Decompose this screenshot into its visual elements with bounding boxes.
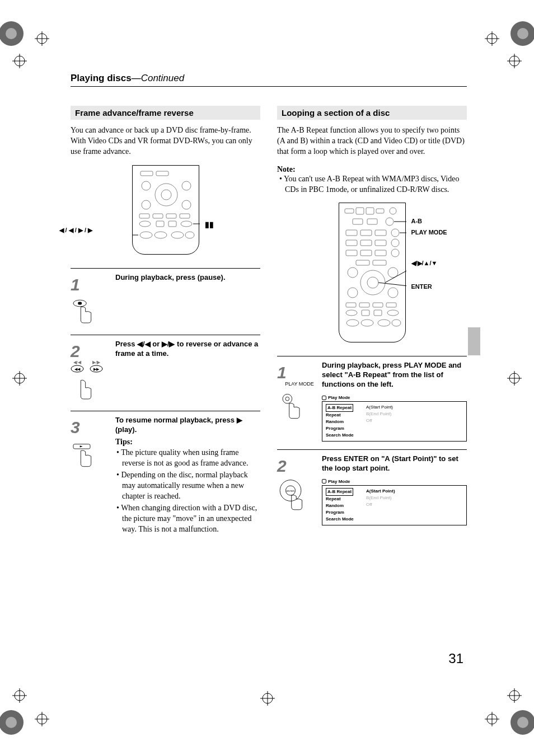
svg-point-115 xyxy=(283,395,292,404)
section-tab xyxy=(468,327,480,355)
hand-press-icon xyxy=(71,298,99,326)
svg-point-56 xyxy=(181,221,192,227)
svg-rect-73 xyxy=(366,208,374,214)
svg-point-46 xyxy=(161,190,171,200)
step-3-text: To resume normal playback, press ▶ (play… xyxy=(115,416,260,435)
hand-press-icon xyxy=(71,374,99,402)
register-mark xyxy=(12,688,27,703)
svg-point-59 xyxy=(171,232,184,238)
svg-rect-51 xyxy=(166,214,176,218)
register-mark xyxy=(260,691,275,706)
svg-point-45 xyxy=(155,184,177,206)
step-1-right-text: During playback, press PLAY MODE and sel… xyxy=(322,361,467,389)
svg-text:▶▶: ▶▶ xyxy=(93,367,100,371)
register-mark xyxy=(507,371,522,386)
callout-ab: A-B xyxy=(411,218,423,224)
step-1-text: During playback, press (pause). xyxy=(115,273,260,283)
step-2-text: Press ◀/◀ or ▶/▶ to reverse or advance a… xyxy=(115,340,260,359)
remote-figure: ◀ / ◀ / ▶ / ▶ xyxy=(71,165,260,255)
svg-rect-71 xyxy=(345,209,354,213)
callout-frame-buttons: ◀ / ◀ / ▶ / ▶ xyxy=(59,227,93,234)
osd-panel: Play Mode A-B Repeat Repeat Random Progr… xyxy=(322,479,467,525)
svg-point-82 xyxy=(391,229,399,237)
tip-item: When changing direction with a DVD disc,… xyxy=(122,503,260,535)
step-1: 1 During playback, press (pause). xyxy=(71,268,260,327)
svg-point-1 xyxy=(6,28,17,39)
left-column: Frame advance/frame reverse You can adva… xyxy=(71,106,260,535)
svg-point-7 xyxy=(517,717,528,728)
intro-text: The A-B Repeat function allows you to sp… xyxy=(277,125,467,157)
svg-point-47 xyxy=(142,200,151,209)
svg-point-106 xyxy=(387,310,399,316)
svg-point-53 xyxy=(139,221,151,227)
svg-point-116 xyxy=(285,397,289,401)
register-mark xyxy=(35,31,49,46)
step-2-right-text: Press ENTER on "A (Start Point)" to set … xyxy=(322,454,467,473)
button-label: PLAY MODE xyxy=(277,381,322,387)
svg-rect-87 xyxy=(346,250,357,256)
svg-text:ENTER: ENTER xyxy=(287,490,294,492)
svg-rect-72 xyxy=(356,208,364,214)
svg-point-95 xyxy=(360,270,385,295)
remote-diagram xyxy=(132,165,199,255)
svg-line-113 xyxy=(385,265,406,283)
note-bullet: • You can't use A-B Repeat with WMA/MP3 … xyxy=(277,174,467,195)
svg-point-108 xyxy=(361,320,373,326)
remote-figure: A-B PLAY MODE ◀/▶/▲/▼ ENTER xyxy=(277,203,467,342)
step-number: 2 xyxy=(71,343,115,360)
intro-text: You can advance or back up a DVD disc fr… xyxy=(71,125,260,157)
hand-press-icon xyxy=(277,392,305,420)
svg-rect-105 xyxy=(374,310,382,316)
svg-point-103 xyxy=(346,310,357,316)
register-mark xyxy=(35,712,49,726)
crop-ornament xyxy=(0,17,28,50)
svg-rect-81 xyxy=(375,230,386,236)
svg-text:◀◀: ◀◀ xyxy=(74,367,81,371)
svg-rect-99 xyxy=(346,303,356,307)
svg-rect-41 xyxy=(140,171,153,176)
remote-diagram xyxy=(339,203,406,342)
step-2: 2 ◀/◀ ◀◀ ▶/▶ ▶▶ xyxy=(71,335,260,403)
svg-rect-77 xyxy=(367,219,377,224)
osd-right-menu: A(Start Point) B(End Point) Off xyxy=(366,488,463,523)
register-mark xyxy=(12,54,27,68)
callout-pause-icon: ▮▮ xyxy=(205,220,214,229)
svg-rect-52 xyxy=(180,214,190,218)
register-mark xyxy=(507,54,522,68)
step-number: 1 xyxy=(277,364,322,381)
tip-item: The picture quality when using frame rev… xyxy=(122,448,260,469)
section-heading-frame-advance: Frame advance/frame reverse xyxy=(71,106,260,120)
svg-point-48 xyxy=(182,200,191,209)
osd-play-icon xyxy=(322,479,326,483)
right-column: Looping a section of a disc The A-B Repe… xyxy=(277,106,467,535)
svg-point-57 xyxy=(140,232,152,238)
svg-point-60 xyxy=(185,232,194,238)
svg-point-97 xyxy=(348,288,358,298)
svg-marker-70 xyxy=(80,445,83,447)
svg-point-3 xyxy=(517,28,528,39)
step-1-right: 1 PLAY MODE During playback, press PLAY … xyxy=(277,356,467,442)
page-number: 31 xyxy=(448,651,463,666)
frame-rev-icon: ◀◀ xyxy=(71,365,84,373)
step-number: 3 xyxy=(71,419,115,436)
callout-nav: ◀/▶/▲/▼ xyxy=(411,260,438,267)
tips-list: The picture quality when using frame rev… xyxy=(115,448,260,534)
svg-point-43 xyxy=(142,181,151,190)
osd-title: Play Mode xyxy=(322,479,467,484)
svg-point-78 xyxy=(386,218,394,226)
svg-rect-101 xyxy=(373,303,383,307)
svg-rect-42 xyxy=(156,171,168,176)
frame-rev-label: ◀/◀ xyxy=(71,360,84,365)
tips-label: Tips: xyxy=(115,438,260,447)
svg-rect-89 xyxy=(375,250,386,256)
osd-title: Play Mode xyxy=(322,395,467,400)
svg-rect-100 xyxy=(359,303,369,307)
svg-rect-88 xyxy=(360,250,372,256)
svg-point-5 xyxy=(6,717,17,728)
osd-left-menu: A-B Repeat Repeat Random Program Search … xyxy=(326,488,358,523)
section-heading-looping: Looping a section of a disc xyxy=(277,106,467,120)
crop-ornament xyxy=(506,706,534,739)
svg-rect-83 xyxy=(346,240,357,246)
step-number: 1 xyxy=(71,276,115,293)
step-3: 3 To resume normal playback, press ▶ (pl… xyxy=(71,411,260,535)
